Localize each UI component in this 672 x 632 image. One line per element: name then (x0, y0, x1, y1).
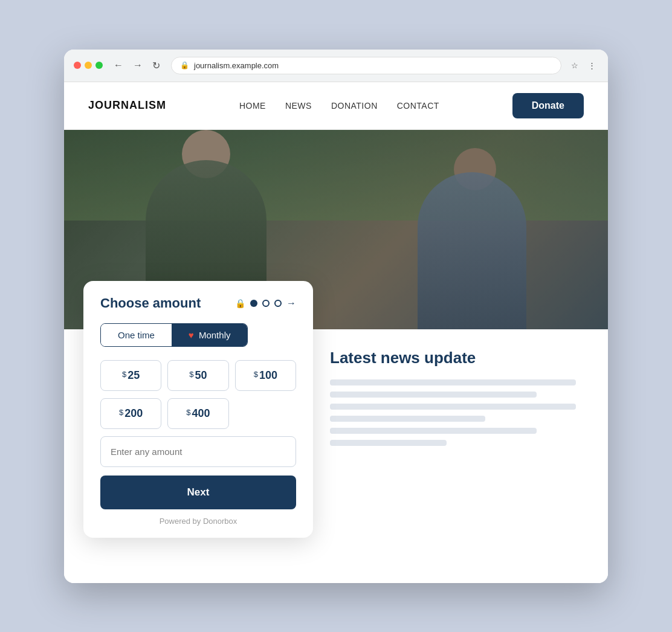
back-button[interactable]: ← (110, 57, 127, 73)
step-dot-1 (250, 300, 257, 307)
address-bar[interactable]: 🔒 journalism.example.com (171, 57, 561, 74)
news-line-1 (330, 379, 576, 385)
news-line-2 (330, 392, 537, 398)
powered-by-text: Powered by Donorbox (100, 517, 296, 526)
nav-links: HOME NEWS DONATION CONTACT (239, 100, 439, 111)
heart-icon: ♥ (189, 330, 194, 340)
custom-amount-input[interactable] (100, 436, 296, 467)
nav-home[interactable]: HOME (239, 101, 266, 111)
donate-nav-button[interactable]: Donate (512, 93, 584, 118)
browser-nav-controls: ← → ↻ (110, 57, 164, 74)
amount-grid-row1: $ 25 $ 50 $ 100 (100, 360, 296, 391)
monthly-button[interactable]: ♥ Monthly (172, 324, 248, 346)
amount-400-button[interactable]: $ 400 (167, 398, 228, 429)
refresh-button[interactable]: ↻ (149, 57, 164, 74)
next-button[interactable]: Next (100, 476, 296, 509)
frequency-toggle: One time ♥ Monthly (100, 323, 248, 347)
amount-200-value: 200 (124, 407, 143, 420)
browser-chrome: ← → ↻ 🔒 journalism.example.com ☆ ⋮ (64, 50, 608, 82)
site-logo: JOURNALISM (88, 99, 166, 112)
step-arrow-icon: → (286, 298, 296, 309)
amount-50-value: 50 (195, 369, 207, 382)
dollar-sign-1: $ (122, 370, 126, 379)
content-area: Choose amount 🔒 → One time ♥ Monthly (64, 329, 608, 583)
browser-window: ← → ↻ 🔒 journalism.example.com ☆ ⋮ JOURN… (64, 50, 608, 583)
amount-100-value: 100 (259, 369, 277, 382)
bookmark-button[interactable]: ☆ (569, 59, 581, 73)
widget-title: Choose amount (100, 295, 201, 311)
nav-news[interactable]: NEWS (285, 101, 312, 111)
dollar-sign-5: $ (186, 408, 190, 417)
site-navbar: JOURNALISM HOME NEWS DONATION CONTACT Do… (64, 82, 608, 130)
step-lock-icon: 🔒 (235, 298, 245, 308)
nav-donation[interactable]: DONATION (331, 101, 378, 111)
dollar-sign-4: $ (119, 408, 123, 417)
one-time-button[interactable]: One time (101, 324, 172, 346)
amount-50-button[interactable]: $ 50 (167, 360, 228, 391)
widget-header: Choose amount 🔒 → (100, 295, 296, 311)
amount-100-button[interactable]: $ 100 (235, 360, 296, 391)
dollar-sign-3: $ (254, 370, 258, 379)
nav-contact[interactable]: CONTACT (397, 101, 439, 111)
forward-button[interactable]: → (129, 57, 146, 73)
donation-widget: Choose amount 🔒 → One time ♥ Monthly (83, 281, 313, 538)
news-line-5 (330, 428, 537, 434)
news-line-3 (330, 404, 576, 410)
news-title: Latest news update (330, 349, 589, 367)
step-dot-2 (262, 300, 270, 307)
maximize-window-button[interactable] (95, 62, 103, 69)
close-window-button[interactable] (74, 62, 81, 69)
browser-menu-button[interactable]: ⋮ (586, 59, 598, 73)
amount-25-value: 25 (128, 369, 140, 382)
lock-icon: 🔒 (180, 61, 189, 69)
dollar-sign-2: $ (189, 370, 193, 379)
widget-steps: 🔒 → (235, 298, 296, 309)
amount-400-value: 400 (192, 407, 210, 420)
amount-grid-row2: $ 200 $ 400 (100, 398, 296, 429)
browser-actions: ☆ ⋮ (569, 59, 598, 73)
news-line-4 (330, 416, 485, 422)
step-dot-3 (274, 300, 282, 307)
right-content: Latest news update (330, 329, 608, 583)
figure-right-body (418, 172, 526, 329)
minimize-window-button[interactable] (85, 62, 92, 69)
browser-traffic-lights (74, 62, 103, 69)
url-text: journalism.example.com (194, 61, 552, 70)
news-lines (330, 379, 589, 446)
amount-200-button[interactable]: $ 200 (100, 398, 161, 429)
news-line-6 (330, 440, 447, 446)
amount-25-button[interactable]: $ 25 (100, 360, 161, 391)
